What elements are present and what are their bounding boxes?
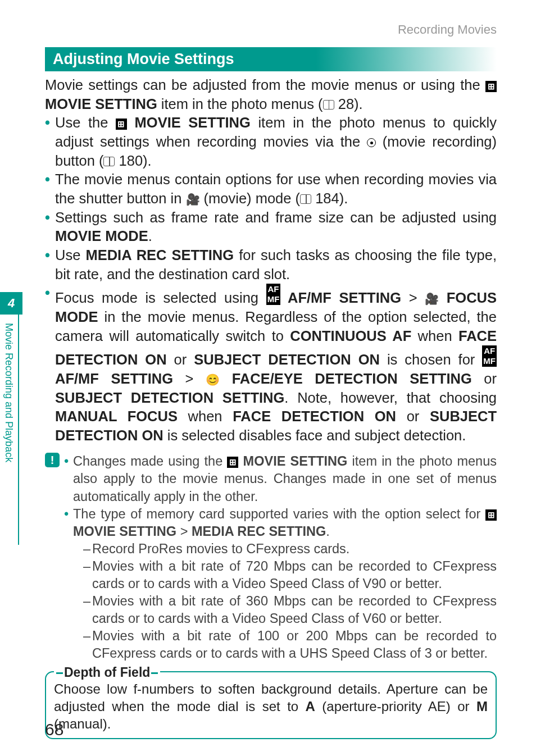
text: is selected disables face and subject de… [163,427,466,443]
text: SUBJECT DETECTION SETTING [55,390,284,406]
list-item: Record ProRes movies to CFexpress cards. [83,540,497,558]
list-item: Movies with a bit rate of 100 or 200 Mbp… [83,627,497,662]
text: when [411,328,458,344]
movie-setting-icon: ⊞ [485,509,497,521]
text: 28). [334,96,363,112]
callout-title: Depth of Field [54,664,160,681]
separator: > [176,524,192,539]
list-item: Focus mode is selected using AFMF AF/MF … [45,284,497,445]
movie-mode-icon: 🎥 [425,292,439,306]
chapter-label: Movie Recording and Playback [3,323,15,462]
text: or [167,352,194,367]
text: AF/MF SETTING [280,290,401,306]
page-number: 68 [45,720,63,739]
chapter-number: 4 [0,292,22,315]
text: MOVIE SETTING [238,454,347,468]
text: SUBJECT DETECTION ON [194,352,380,367]
text: FACE DETECTION ON [233,408,396,424]
list-item: Use MEDIA REC SETTING for such tasks as … [45,246,497,284]
text: Depth of Field [64,665,150,680]
text: . [326,524,330,539]
text: is chosen for [380,352,482,367]
section-title: Adjusting Movie Settings [45,47,497,71]
sub-list: Record ProRes movies to CFexpress cards.… [83,540,497,662]
record-icon [367,138,376,147]
text: 180). [115,153,151,168]
text: MEDIA REC SETTING [192,524,326,539]
intro-paragraph: Movie settings can be adjusted from the … [45,76,497,113]
page-ref-icon [103,157,115,166]
list-item: The type of memory card supported varies… [64,505,497,662]
text: or [472,371,497,386]
text: 184). [311,190,348,206]
list-item: The movie menus contain options for use … [45,170,497,208]
text: MOVIE SETTING [73,524,176,539]
text: . [148,228,152,244]
text: Movie settings can be adjusted from the … [45,77,485,93]
list-item: Settings such as frame rate and frame si… [45,208,497,246]
af-mf-icon: AFMF [482,345,497,367]
movie-setting-icon: ⊞ [485,81,497,92]
separator: > [401,290,425,306]
running-header: Recording Movies [45,22,497,37]
text: Use [55,247,85,263]
text: MOVIE MODE [55,228,148,244]
caution-block: ! Changes made using the ⊞ MOVIE SETTING… [45,453,497,662]
list-item: Movies with a bit rate of 720 Mbps can b… [83,558,497,593]
text: MEDIA REC SETTING [85,247,234,263]
page-ref-icon [300,194,311,204]
text: item in the photo menus ( [157,96,323,112]
caution-icon: ! [45,453,60,467]
text: . Note, however, that choosing [284,390,497,406]
text: (aperture-priority AE) or [315,699,476,714]
text: M [476,699,488,714]
text: MOVIE SETTING [45,96,157,112]
text: Focus mode is selected using [55,290,266,306]
note-body: Changes made using the ⊞ MOVIE SETTING i… [64,453,497,662]
movie-setting-icon: ⊞ [227,457,238,468]
text: AF/MF SETTING [55,371,173,386]
list-item: Movies with a bit rate of 360 Mbps can b… [83,593,497,627]
list-item: Changes made using the ⊞ MOVIE SETTING i… [64,453,497,505]
separator: > [173,371,206,386]
main-bullet-list: Use the ⊞ MOVIE SETTING item in the phot… [45,113,497,445]
text: when [178,408,233,424]
depth-of-field-callout: Depth of Field Choose low f-numbers to s… [45,671,497,740]
text: MOVIE SETTING [127,115,251,130]
movie-mode-icon: 🎥 [186,192,200,207]
text: A [306,699,315,714]
af-mf-icon: AFMF [266,284,281,305]
text: The type of memory card supported varies… [73,507,485,521]
text: Settings such as frame rate and frame si… [55,210,497,225]
list-item: Use the ⊞ MOVIE SETTING item in the phot… [45,113,497,170]
movie-setting-icon: ⊞ [116,119,127,130]
text: CONTINUOUS AF [290,328,411,344]
page-ref-icon [323,100,334,110]
face-icon: 😊 [206,372,220,387]
text: Changes made using the [73,454,227,468]
text: MANUAL FOCUS [55,408,178,424]
text: (movie) mode ( [200,190,301,206]
text: FACE/EYE DETECTION SETTING [220,371,472,386]
text: or [396,408,430,424]
side-tab: 4 Movie Recording and Playback [0,292,19,545]
text: Use the [55,115,116,130]
